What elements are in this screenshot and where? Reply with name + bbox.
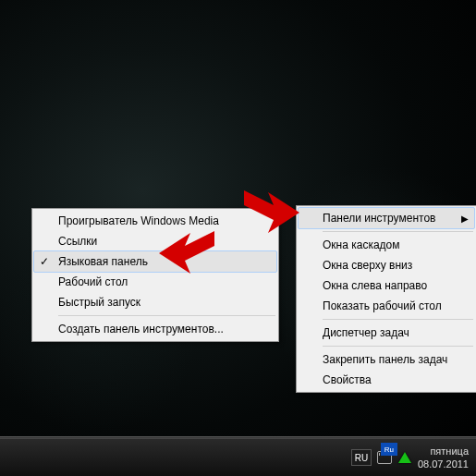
context-menu-item[interactable]: Закрепить панель задач bbox=[299, 349, 474, 370]
taskbar[interactable]: RU Ru пятница 08.07.2011 bbox=[0, 438, 476, 476]
submenu-item[interactable]: Рабочий стол bbox=[34, 272, 276, 292]
menu-item-label: Создать панель инструментов... bbox=[58, 323, 224, 336]
submenu-item[interactable]: Создать панель инструментов... bbox=[34, 319, 276, 339]
submenu-item[interactable]: Проигрыватель Windows Media bbox=[34, 211, 276, 231]
menu-item-label: Показать рабочий стол bbox=[323, 299, 442, 312]
menu-item-label: Свойства bbox=[323, 373, 372, 386]
toolbars-submenu: Проигрыватель Windows MediaСсылки✓Языков… bbox=[31, 208, 279, 342]
clock-date: 08.07.2011 bbox=[418, 458, 469, 470]
keyboard-icon[interactable]: Ru bbox=[377, 450, 392, 465]
menu-item-label: Окна слева направо bbox=[323, 279, 427, 292]
clock-day: пятница bbox=[430, 445, 469, 458]
context-menu-item[interactable]: Панели инструментов▶ bbox=[298, 207, 475, 229]
menu-item-label: Окна каскадом bbox=[323, 238, 400, 251]
menu-item-label: Закрепить панель задач bbox=[323, 353, 447, 366]
menu-separator bbox=[323, 319, 473, 320]
system-tray: RU Ru пятница 08.07.2011 bbox=[351, 439, 470, 476]
check-icon: ✓ bbox=[40, 255, 49, 268]
menu-item-label: Языковая панель bbox=[58, 255, 148, 268]
context-menu-item[interactable]: Окна сверху вниз bbox=[299, 255, 474, 275]
menu-item-label: Проигрыватель Windows Media bbox=[58, 214, 219, 227]
context-menu-item[interactable]: Окна каскадом bbox=[299, 235, 474, 255]
menu-item-label: Быстрый запуск bbox=[58, 296, 140, 309]
clock[interactable]: пятница 08.07.2011 bbox=[418, 445, 470, 470]
context-menu-item[interactable]: Диспетчер задач bbox=[299, 323, 474, 343]
menu-separator bbox=[58, 315, 275, 316]
menu-separator bbox=[323, 346, 473, 347]
menu-item-label: Панели инструментов bbox=[323, 212, 435, 225]
security-icon[interactable] bbox=[397, 450, 412, 465]
menu-item-label: Диспетчер задач bbox=[323, 326, 409, 339]
menu-item-label: Окна сверху вниз bbox=[323, 259, 412, 272]
menu-item-label: Ссылки bbox=[58, 235, 97, 248]
submenu-arrow-icon: ▶ bbox=[461, 214, 469, 224]
submenu-item[interactable]: ✓Языковая панель bbox=[33, 250, 277, 273]
submenu-item[interactable]: Ссылки bbox=[34, 231, 276, 251]
taskbar-context-menu: Панели инструментов▶Окна каскадомОкна св… bbox=[296, 205, 476, 393]
submenu-item[interactable]: Быстрый запуск bbox=[34, 292, 276, 312]
context-menu-item[interactable]: Свойства bbox=[299, 370, 474, 390]
language-indicator[interactable]: RU bbox=[351, 449, 372, 466]
menu-separator bbox=[323, 231, 473, 232]
context-menu-item[interactable]: Окна слева направо bbox=[299, 275, 474, 296]
language-badge-icon: Ru bbox=[381, 443, 397, 456]
menu-item-label: Рабочий стол bbox=[58, 275, 128, 288]
context-menu-item[interactable]: Показать рабочий стол bbox=[299, 296, 474, 316]
